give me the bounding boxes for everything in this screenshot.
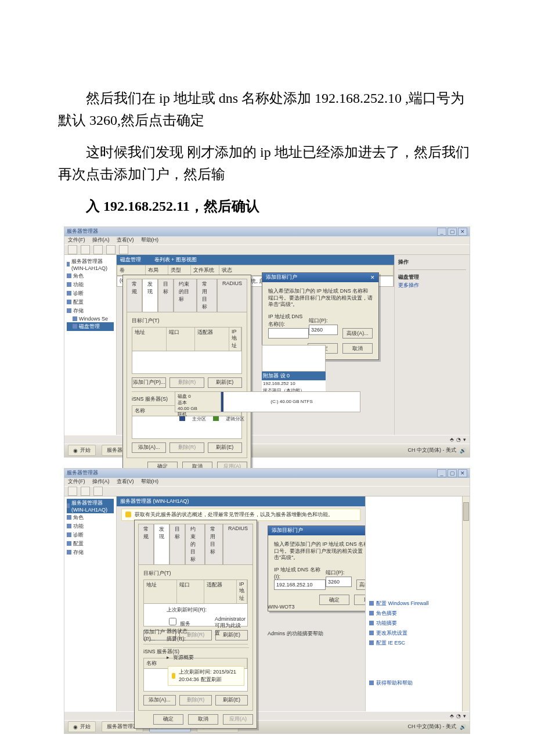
menu-help[interactable]: 帮助(H) (141, 236, 159, 244)
maximize-button[interactable]: ▢ (448, 228, 457, 236)
tree-config[interactable]: 配置 (67, 298, 114, 307)
menu-help[interactable]: 帮助(H) (141, 478, 159, 485)
tree-features[interactable]: 功能 (67, 280, 114, 289)
nav-tree: 服务器管理器 (WIN-LAH1AQ) 角色 功能 诊断 配置 存储 (64, 496, 117, 711)
refresh-icon[interactable] (106, 245, 116, 254)
detail-item-0[interactable]: 附加器 设 0 (262, 372, 326, 380)
tab-discover[interactable]: 发现 (154, 524, 169, 564)
tree-diag[interactable]: 诊断 (67, 289, 114, 298)
link-roles[interactable]: 角色摘要 (369, 609, 466, 618)
minimize-button[interactable]: _ (437, 228, 446, 236)
port-input[interactable]: 3260 (326, 577, 352, 587)
maximize-button[interactable]: ▢ (448, 469, 457, 477)
refresh-button[interactable]: 刷新(E) (208, 377, 242, 388)
help-icon[interactable] (119, 245, 128, 254)
back-icon[interactable] (68, 487, 77, 496)
detail-list[interactable] (262, 345, 326, 372)
dialog-cancel-button[interactable]: 取消 (342, 343, 373, 354)
start-button[interactable]: ◉开始 (68, 721, 96, 732)
disk-row[interactable]: 磁盘 0 基本 40.00 GB 联机 (C:) 40.00 GB NTFS (175, 391, 360, 412)
summary-checkbox[interactable] (169, 618, 176, 625)
tab-radius[interactable]: RADIUS (223, 524, 253, 564)
tab-general[interactable]: 常规 (138, 524, 154, 564)
tree-diag[interactable]: 诊断 (67, 531, 114, 539)
more-actions-link[interactable]: 更多操作 (398, 281, 466, 290)
add-portal-button[interactable]: 添加门户(P)... (132, 377, 166, 388)
advanced-button[interactable]: 高级(A)... (342, 328, 373, 339)
minimize-button[interactable]: _ (437, 469, 446, 477)
tree-root[interactable]: 服务器管理器 (WIN-LAH1AQ) (67, 257, 114, 272)
menu-action[interactable]: 操作(A) (92, 236, 110, 244)
view-icon[interactable] (93, 487, 103, 496)
menu-action[interactable]: 操作(A) (92, 478, 110, 485)
tree-root[interactable]: 服务器管理器 (WIN-LAH1AQ) (67, 499, 114, 513)
ok-button[interactable]: 确定 (153, 714, 183, 725)
tray-icon[interactable]: 🔊 (460, 724, 466, 730)
tab-bound[interactable]: 约束的目标 (174, 279, 197, 312)
menu-file[interactable]: 文件(F) (68, 236, 85, 244)
ip-input[interactable] (268, 328, 309, 339)
tab-fav[interactable]: 常用目标 (205, 524, 223, 564)
tree-storage[interactable]: 存储 (67, 307, 114, 315)
taskbar: ◉开始 服务器管理器 服务器管理器 服务器管理器 CH 中文(简体) - 美式 … (64, 720, 470, 733)
scrollbar[interactable] (462, 496, 470, 711)
info-icon (125, 512, 131, 517)
ime-indicator[interactable]: CH 中文(简体) - 美式 (408, 447, 457, 454)
link-firewall[interactable]: 配置 Windows Firewall (369, 599, 466, 609)
portal-list[interactable] (132, 351, 242, 374)
remove-server-button: 删除(R) (179, 695, 212, 705)
tree-diskmgmt[interactable]: 磁盘管理 (67, 322, 114, 331)
tab-targets[interactable]: 目标 (158, 279, 174, 312)
menu-view[interactable]: 查看(V) (117, 478, 134, 485)
server-icon (67, 262, 70, 267)
start-button[interactable]: ◉开始 (68, 445, 96, 456)
iscsi-tabs: 常规 发现 目标 约束的目标 常用目标 RADIUS (127, 279, 247, 312)
ime-indicator[interactable]: CH 中文(简体) - 美式 (408, 723, 457, 730)
tab-radius[interactable]: RADIUS (217, 279, 247, 312)
add-server-button[interactable]: 添加(A)... (132, 442, 166, 453)
tray-icon[interactable]: 🔊 (460, 448, 466, 453)
dialog-close-icon[interactable]: ✕ (370, 275, 375, 280)
back-icon[interactable] (68, 245, 77, 254)
refresh-server-button[interactable]: 刷新(E) (215, 695, 248, 705)
forward-icon[interactable] (81, 487, 90, 496)
view-icon[interactable] (93, 245, 103, 254)
tree-roles[interactable]: 角色 (67, 272, 114, 280)
forward-icon[interactable] (81, 245, 90, 254)
port-input[interactable]: 3260 (309, 325, 338, 335)
menu-view[interactable]: 查看(V) (117, 236, 134, 244)
scroll-thumb[interactable] (463, 502, 469, 521)
link-features[interactable]: 功能摘要 (369, 618, 466, 628)
tree-winsrv[interactable]: Windows Se (67, 315, 114, 322)
resources-chevron-icon[interactable]: ▸ (167, 654, 169, 660)
ip-label: IP 地址或 DNS 名称(I): (268, 313, 304, 328)
tab-bound[interactable]: 约束的目标 (185, 524, 205, 564)
tab-general[interactable]: 常规 (127, 279, 142, 312)
ip-input[interactable]: 192.168.252.10 (274, 579, 326, 590)
tree-storage[interactable]: 存储 (67, 548, 114, 557)
ip-label: IP 地址或 DNS 名称(I): (274, 566, 321, 579)
disk-partition[interactable]: (C:) 40.00 GB NTFS (221, 392, 360, 412)
port-label: 端口(P): (309, 317, 338, 325)
add-server-button[interactable]: 添加(A)... (143, 695, 176, 705)
tree-roles[interactable]: 角色 (67, 513, 114, 522)
link-system[interactable]: 更改系统设置 (369, 628, 466, 638)
tab-fav[interactable]: 常用目标 (197, 279, 217, 312)
dialog-ok-button[interactable]: 确定 (319, 595, 349, 605)
close-button[interactable]: ✕ (458, 228, 467, 236)
tree-features[interactable]: 功能 (67, 522, 114, 531)
help-link[interactable]: 获得帮助和帮助 (369, 678, 413, 688)
tab-targets[interactable]: 目标 (169, 524, 185, 564)
info-banner: 获取有关此服务器的状态概述，处理最常见管理任务，以及为服务器增删角色和功能。 (121, 509, 360, 521)
tab-discover[interactable]: 发现 (142, 279, 158, 312)
link-ieesc[interactable]: 配置 IE ESC (369, 638, 466, 648)
apply-button: 应用(A) (223, 714, 253, 725)
cancel-button[interactable]: 取消 (188, 714, 218, 725)
folder-icon (67, 300, 71, 304)
close-button[interactable]: ✕ (458, 469, 467, 477)
admin-help-label: Admins 的功能摘要帮助 (268, 630, 323, 638)
tree-config[interactable]: 配置 (67, 539, 114, 548)
menu-file[interactable]: 文件(F) (68, 478, 85, 485)
dialog-title: 添加目标门户 (272, 527, 303, 534)
refresh-server-button[interactable]: 刷新(E) (208, 442, 242, 453)
